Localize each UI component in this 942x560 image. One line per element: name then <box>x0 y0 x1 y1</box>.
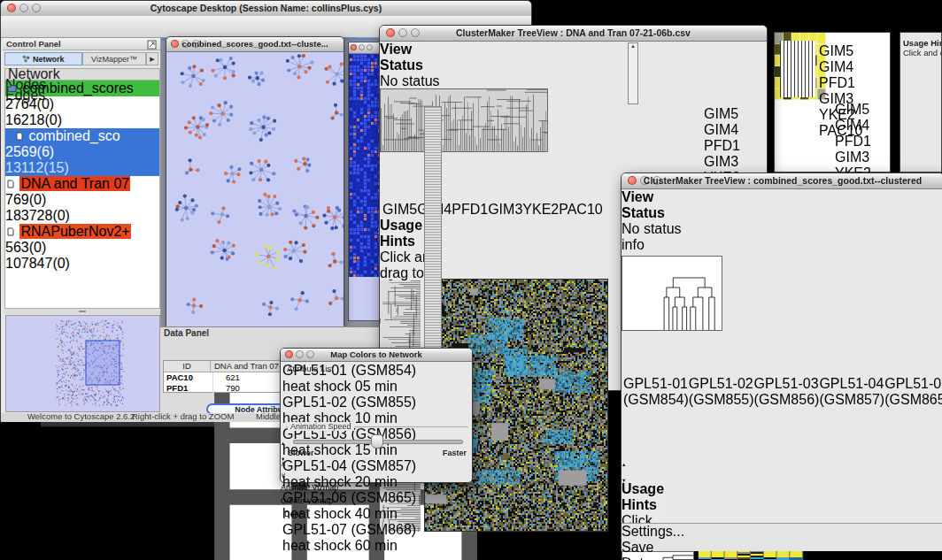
treeview-dna-title: ClusterMaker TreeView : DNA and Tran 07-… <box>456 27 691 38</box>
column-label[interactable]: GPL51-06 (GSM865) <box>884 376 942 408</box>
network-graph-canvas[interactable] <box>166 52 344 326</box>
row-label[interactable]: GIM5 <box>835 102 879 118</box>
column-label[interactable]: YKE2 <box>522 202 559 218</box>
row-label[interactable]: GIM5 <box>704 106 748 122</box>
network-tree-row[interactable]: RNAPuberNov2+ 563(0) 107847(0) <box>5 224 159 272</box>
zoom-button[interactable] <box>652 176 661 185</box>
network-tree-header: Network Nodes Edges <box>5 69 159 81</box>
usage-hints: Usage Hints Click and drag t <box>903 38 942 58</box>
view-status-box: View Status No status info f <box>380 42 454 78</box>
network-tree-row[interactable]: DNA and Tran 07 769(0) 183728(0) <box>5 176 159 224</box>
status-welcome: Welcome to Cytoscape 2.6.2 <box>27 411 135 421</box>
network-tree-table: Network Nodes Edges combined_scores 2764… <box>4 68 160 309</box>
speed-slider-thumb[interactable] <box>371 434 383 449</box>
column-labels: GPL51-01 (GSM854)GPL51-02 (GSM855)GPL51-… <box>622 334 708 408</box>
attribute-item[interactable]: GPL51-07 (GSM868) heat shock 60 min <box>282 522 431 554</box>
network-tree-row[interactable]: combined_scores 2764(0) 16218(0) <box>5 81 159 128</box>
network-tree-row-selected[interactable]: combined_sco 2569(6) 13112(15) <box>5 128 159 176</box>
slower-label: Slower <box>288 449 314 457</box>
dialog-title-bar[interactable]: Map Colors to Network <box>281 349 472 362</box>
network-view-window: combined_scores_good.txt--cluste... <box>166 36 344 326</box>
faster-label: Faster <box>443 449 467 457</box>
row-label[interactable]: GIM4 <box>819 59 863 75</box>
desktop: Cytoscape Desktop (Session Name: collins… <box>0 0 942 560</box>
treeview-dna-title-bar[interactable]: ClusterMaker TreeView : DNA and Tran 07-… <box>380 26 767 42</box>
zoom-button[interactable] <box>411 28 420 37</box>
row-label[interactable]: GIM4 <box>835 118 879 134</box>
zoom-button[interactable] <box>32 4 41 12</box>
zoom-button[interactable] <box>306 350 314 358</box>
minimize-button[interactable] <box>640 176 649 185</box>
row-label[interactable]: PFD1 <box>835 134 879 150</box>
treeview-combined-window: ClusterMaker TreeView : combined_scores_… <box>621 173 942 550</box>
network-glyph-icon <box>22 55 30 63</box>
column-label[interactable]: GPL51-02 (GSM855) <box>689 376 754 408</box>
network-view-title-bar[interactable]: combined_scores_good.txt--cluste... <box>166 37 344 52</box>
close-button[interactable] <box>7 4 16 12</box>
main-window-title: Cytoscape Desktop (Session Name: collins… <box>151 3 382 13</box>
background-treeview-window: GIM5GIM4PFD1GIM3YKE2PAC10 GIM5GIM4PFD1GI… <box>774 32 891 173</box>
row-label[interactable]: PFD1 <box>819 75 863 91</box>
network-overview-panel[interactable] <box>5 315 160 412</box>
animation-speed-group: Animation Speed Slower Faster <box>286 426 468 461</box>
tab-vizmapper[interactable]: VizMapper™ <box>82 52 146 65</box>
minimize-button[interactable] <box>181 40 189 48</box>
button-bar: Settings... Save Data... Export Graphics… <box>622 523 942 551</box>
treeview-combined-title-bar[interactable]: ClusterMaker TreeView : combined_scores_… <box>622 173 942 189</box>
rotated-column-labels <box>780 41 815 97</box>
treeview-combined-title: ClusterMaker TreeView : combined_scores_… <box>644 175 922 186</box>
row-label[interactable]: PFD1 <box>704 138 748 154</box>
dialog-title: Map Colors to Network <box>330 349 421 359</box>
row-label[interactable]: GIM4 <box>704 122 748 138</box>
attribute-list-label: Attribute List <box>287 364 334 373</box>
control-panel: Control Panel Network VizMapper™ ▶ Netwo… <box>3 38 161 413</box>
control-panel-header: Control Panel <box>3 38 160 50</box>
document-icon <box>7 180 14 188</box>
column-label[interactable]: PFD1 <box>452 202 488 218</box>
background-network-window[interactable] <box>348 42 382 321</box>
close-button[interactable] <box>386 28 395 37</box>
column-label[interactable]: GPL51-01 (GSM854) <box>623 376 689 408</box>
float-panel-icon[interactable] <box>147 40 157 50</box>
tab-overflow-button[interactable]: ▶ <box>146 52 158 65</box>
network-view-title: combined_scores_good.txt--cluste... <box>181 39 328 49</box>
column-labels-vscrollbar[interactable]: ▲▼ <box>622 408 632 481</box>
row-label[interactable]: GIM3 <box>835 150 879 165</box>
control-panel-tabs: Network VizMapper™ ▶ <box>4 52 158 66</box>
settings-button[interactable]: Settings... <box>622 524 673 540</box>
tab-network[interactable]: Network <box>4 52 82 65</box>
data-panel-title: Data Panel <box>164 328 209 338</box>
close-button[interactable] <box>171 40 179 48</box>
column-label[interactable]: GIM3 <box>488 202 522 218</box>
save-data-button[interactable]: Save Data... <box>622 540 675 560</box>
column-dendrogram[interactable] <box>622 256 722 331</box>
minimize-button[interactable] <box>19 4 28 12</box>
zoom-button[interactable] <box>192 40 200 48</box>
column-dendrogram[interactable] <box>380 88 548 152</box>
row-label[interactable]: GIM3 <box>704 154 748 170</box>
folder-icon <box>7 84 17 93</box>
panel-splitter[interactable] <box>4 309 160 314</box>
document-icon <box>16 132 23 141</box>
map-colors-dialog: Map Colors to Network Attribute List GPL… <box>280 348 473 483</box>
view-status-box: View Status No status info <box>622 189 694 244</box>
document-icon <box>7 227 14 236</box>
background-treeview-usage-panel: Usage Hints Click and drag t <box>900 32 942 173</box>
row-labels-strip <box>424 106 442 357</box>
column-header[interactable]: ID <box>164 361 211 372</box>
close-button[interactable] <box>628 176 637 185</box>
minimize-button[interactable] <box>296 350 304 358</box>
column-label[interactable]: PAC10 <box>559 202 603 218</box>
close-button[interactable] <box>285 350 293 358</box>
row-label[interactable]: GIM5 <box>819 43 863 59</box>
main-title-bar[interactable]: Cytoscape Desktop (Session Name: collins… <box>1 1 531 17</box>
dendrogram-scroll-strip[interactable]: ▲ <box>628 42 638 104</box>
status-zoom-hint: Right-click + drag to ZOOM <box>132 411 234 421</box>
column-label[interactable]: GIM5 <box>382 202 417 218</box>
minimize-button[interactable] <box>398 28 407 37</box>
column-label[interactable]: GPL51-03 (GSM856) <box>754 376 820 408</box>
animation-speed-label: Animation Speed <box>288 422 354 431</box>
column-label[interactable]: GPL51-04 (GSM857) <box>819 376 884 408</box>
window-controls <box>7 4 41 12</box>
